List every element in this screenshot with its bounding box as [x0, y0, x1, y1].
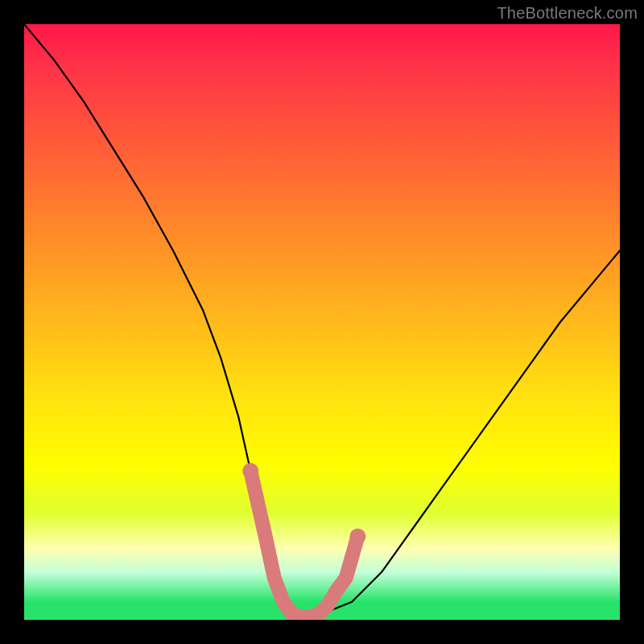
chart-frame: TheBottleneck.com — [0, 0, 644, 644]
watermark-text: TheBottleneck.com — [497, 4, 638, 23]
svg-point-0 — [242, 463, 258, 479]
plot-area — [24, 24, 620, 620]
svg-point-1 — [349, 528, 365, 544]
highlight-markers — [24, 24, 620, 620]
